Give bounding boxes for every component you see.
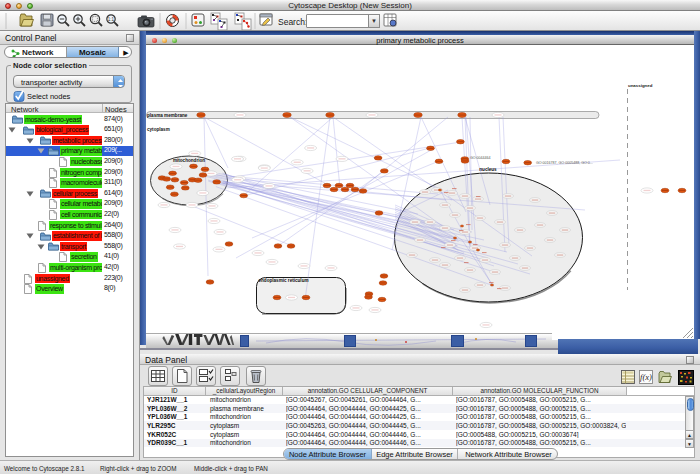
svg-text:1:1: 1:1: [108, 17, 115, 22]
svg-text:GO:0016787, GO:0005488, GO:0..: GO:0016787, GO:0005488, GO:0...: [536, 161, 593, 165]
svg-text:nucleus: nucleus: [479, 167, 497, 172]
svg-text:mitochondrion: mitochondrion: [173, 158, 205, 163]
svg-text:cytoplasm: cytoplasm: [147, 127, 170, 132]
svg-text:Search:: Search:: [278, 17, 307, 27]
svg-text:GO:0044464: GO:0044464: [470, 156, 491, 160]
svg-text:f(x): f(x): [640, 372, 652, 382]
svg-text:endoplasmic reticulum: endoplasmic reticulum: [259, 278, 309, 283]
svg-text:unassigned: unassigned: [628, 83, 653, 88]
svg-text:plasma membrane: plasma membrane: [147, 113, 188, 118]
